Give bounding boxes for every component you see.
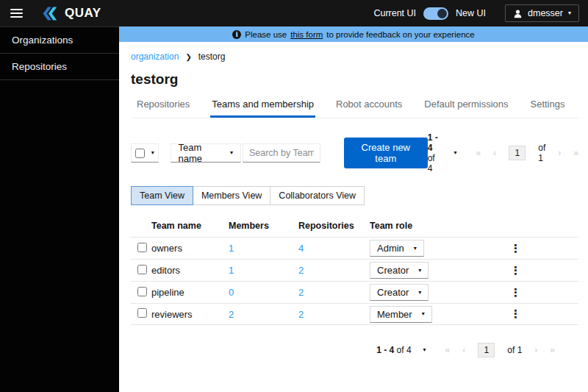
- first-page-icon[interactable]: «: [445, 345, 451, 355]
- chevron-down-icon: ▾: [568, 10, 571, 16]
- team-role-value: Admin: [377, 243, 404, 254]
- quay-logo[interactable]: QUAY: [40, 6, 101, 21]
- current-page-input[interactable]: [478, 343, 495, 357]
- ui-toggle-switch[interactable]: [423, 7, 448, 20]
- members-count-link[interactable]: 0: [229, 287, 234, 298]
- quay-logo-icon: [40, 6, 60, 21]
- repositories-count-link[interactable]: 2: [298, 265, 304, 276]
- sidebar-item-repositories[interactable]: Repositories: [0, 54, 119, 80]
- total-pages-label: of 1: [507, 345, 522, 355]
- pagination-bottom: 1 - 4 of 4 ▾ « ‹ of 1 › »: [131, 343, 555, 357]
- row-kebab-icon[interactable]: ⋮: [510, 242, 521, 254]
- breadcrumb: organization ❯ testorg: [131, 51, 578, 62]
- row-kebab-icon[interactable]: ⋮: [510, 307, 521, 320]
- pagination-range-total: of 4: [397, 345, 412, 355]
- row-kebab-icon[interactable]: ⋮: [510, 286, 521, 299]
- current-ui-label: Current UI: [373, 8, 416, 18]
- user-icon: [513, 9, 523, 18]
- table-row: editors 1 2 Creator▾ ⋮: [131, 259, 578, 281]
- view-toggle-group: Team View Members View Collaborators Vie…: [131, 186, 578, 205]
- total-pages-label: of 1: [538, 143, 545, 163]
- members-count-link[interactable]: 1: [229, 243, 234, 254]
- pagination-range-numbers: 1 - 4: [376, 345, 394, 355]
- row-kebab-icon[interactable]: ⋮: [510, 264, 521, 277]
- team-name-cell: reviewers: [151, 309, 229, 320]
- tab-default-permissions[interactable]: Default permissions: [423, 96, 509, 118]
- first-page-icon[interactable]: «: [476, 148, 481, 158]
- col-header-repositories: Repositories: [298, 221, 370, 231]
- username: dmesser: [528, 8, 563, 18]
- pagination-nav: « ‹ of 1 › »: [476, 143, 578, 163]
- tab-robot-accounts[interactable]: Robot accounts: [334, 96, 404, 118]
- pagination-range-numbers: 1 - 4: [428, 132, 438, 153]
- pagination-nav: « ‹ of 1 › »: [445, 343, 555, 357]
- chevron-right-icon: ❯: [185, 53, 191, 61]
- tab-repositories[interactable]: Repositories: [135, 96, 191, 118]
- table-row: pipeline 0 2 Creator▾ ⋮: [131, 281, 578, 303]
- row-checkbox[interactable]: [137, 265, 147, 274]
- team-role-value: Creator: [377, 265, 409, 276]
- repositories-count-link[interactable]: 2: [298, 309, 304, 320]
- sidebar-item-organizations[interactable]: Organizations: [0, 26, 119, 54]
- main-area: i Please use this form to provide feedba…: [119, 26, 588, 392]
- hamburger-menu-icon[interactable]: [10, 9, 24, 18]
- members-view-toggle[interactable]: Members View: [193, 186, 270, 205]
- current-page-input[interactable]: [509, 146, 526, 160]
- app-header: QUAY Current UI New UI dmesser ▾: [0, 0, 588, 26]
- repositories-count-link[interactable]: 4: [298, 243, 304, 254]
- team-search-input[interactable]: [243, 143, 320, 163]
- row-checkbox[interactable]: [137, 308, 147, 318]
- teams-toolbar: ▾ Team name ▾ Create new team 1 - 4 of 4…: [131, 132, 578, 174]
- filter-column-select[interactable]: Team name ▾: [171, 143, 241, 163]
- chevron-down-icon: ▾: [151, 150, 154, 156]
- members-count-link[interactable]: 2: [229, 309, 234, 320]
- user-menu-dropdown[interactable]: dmesser ▾: [505, 4, 579, 22]
- prev-page-icon[interactable]: ‹: [462, 345, 465, 355]
- last-page-icon[interactable]: »: [573, 148, 578, 158]
- page-title: testorg: [131, 71, 578, 88]
- col-header-members: Members: [229, 221, 298, 231]
- pagination-top: 1 - 4 of 4 ▾ « ‹ of 1 › »: [428, 132, 578, 174]
- next-page-icon[interactable]: ›: [558, 148, 561, 158]
- next-page-icon[interactable]: ›: [534, 345, 537, 355]
- team-view-toggle[interactable]: Team View: [131, 186, 193, 205]
- team-role-select[interactable]: Creator▾: [370, 284, 429, 301]
- last-page-icon[interactable]: »: [550, 345, 555, 355]
- banner-text-prefix: Please use: [245, 30, 287, 39]
- members-count-link[interactable]: 1: [229, 265, 234, 276]
- chevron-down-icon: ▾: [422, 311, 425, 317]
- breadcrumb-organization-link[interactable]: organization: [131, 51, 179, 62]
- table-row: reviewers 2 2 Member▾ ⋮: [131, 303, 578, 325]
- bulk-select-dropdown[interactable]: ▾: [131, 143, 159, 163]
- pagination-range: 1 - 4 of 4: [428, 132, 442, 174]
- team-role-select[interactable]: Creator▾: [370, 262, 429, 279]
- row-checkbox[interactable]: [137, 287, 147, 296]
- team-role-select[interactable]: Admin▾: [370, 240, 424, 257]
- tab-teams-and-membership[interactable]: Teams and membership: [210, 96, 315, 118]
- table-row: owners 1 4 Admin▾ ⋮: [131, 237, 578, 259]
- header-right: Current UI New UI dmesser ▾: [373, 4, 579, 22]
- pagination-menu-caret-icon[interactable]: ▾: [423, 347, 426, 353]
- create-new-team-button[interactable]: Create new team: [344, 138, 428, 168]
- chevron-down-icon: ▾: [418, 268, 421, 274]
- team-role-select[interactable]: Member▾: [370, 306, 432, 323]
- switch-knob: [437, 9, 447, 18]
- pagination-range-total: of 4: [428, 153, 435, 174]
- teams-table: Team name Members Repositories Team role…: [131, 216, 578, 325]
- tab-settings[interactable]: Settings: [529, 96, 567, 118]
- feedback-form-link[interactable]: this form: [290, 30, 323, 39]
- chevron-down-icon: ▾: [418, 290, 421, 296]
- repositories-count-link[interactable]: 2: [298, 287, 304, 298]
- bulk-select-checkbox[interactable]: [135, 149, 145, 158]
- collaborators-view-toggle[interactable]: Collaborators View: [270, 186, 365, 205]
- new-ui-label: New UI: [456, 8, 486, 18]
- prev-page-icon[interactable]: ‹: [493, 148, 496, 158]
- pagination-menu-caret-icon[interactable]: ▾: [454, 150, 457, 156]
- chevron-down-icon: ▾: [414, 246, 417, 252]
- chevron-down-icon: ▾: [230, 150, 233, 156]
- sidebar-nav: Organizations Repositories: [0, 26, 119, 392]
- team-role-value: Member: [377, 309, 412, 320]
- brand-name: QUAY: [65, 6, 101, 21]
- row-checkbox[interactable]: [137, 243, 147, 252]
- feedback-banner: i Please use this form to provide feedba…: [119, 26, 588, 42]
